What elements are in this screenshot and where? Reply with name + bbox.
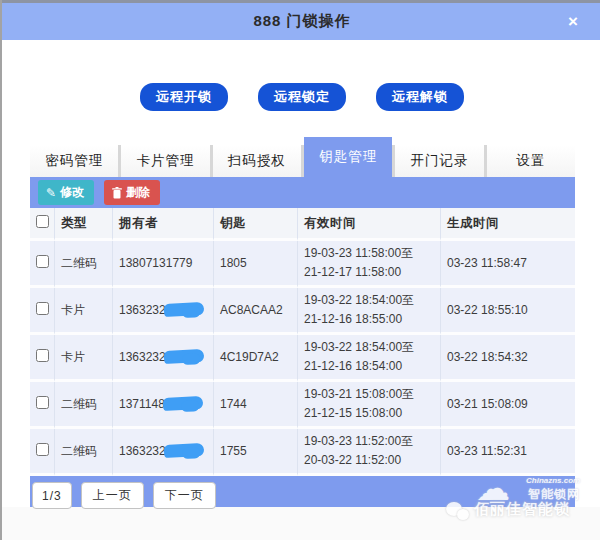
page-indicator: 1/3 [32,482,72,509]
dialog-titlebar: 888 门锁操作 × [2,3,600,40]
tab-settings[interactable]: 设置 [487,145,575,177]
remote-unlock-button[interactable]: 远程开锁 [140,83,228,111]
tab-key-management[interactable]: 钥匙管理 [304,137,392,177]
cell-valid-time: 19-03-21 15:08:00至 21-12-15 15:08:00 [298,382,441,429]
delete-button[interactable]: 删除 [104,180,160,205]
cell-valid-time: 19-03-22 18:54:00至 21-12-16 18:54:00 [298,335,441,382]
dialog-title: 888 门锁操作 [253,12,350,31]
redaction-scribble [163,443,204,458]
bottom-background [2,507,600,540]
column-header-owner: 拥有者 [113,208,214,241]
table-row: 卡片 1363232 AC8ACAA2 19-03-22 18:54:00至 2… [30,288,575,335]
cell-valid-time: 19-03-23 11:58:00至 21-12-17 11:58:00 [298,241,441,288]
cell-type: 卡片 [55,335,113,382]
cell-owner: 1363232 [113,288,214,335]
tab-card-management[interactable]: 卡片管理 [121,145,209,177]
table-row: 二维码 1371148 1744 19-03-21 15:08:00至 21-1… [30,382,575,429]
door-lock-dialog: 888 门锁操作 × 远程开锁 远程锁定 远程解锁 密码管理 卡片管理 扫码授权… [0,0,600,540]
cell-key: AC8ACAA2 [214,288,298,335]
column-header-created-time: 生成时间 [441,208,575,241]
tab-bar: 密码管理 卡片管理 扫码授权 钥匙管理 开门记录 设置 [30,137,575,177]
modify-button-label: 修改 [60,184,84,201]
delete-button-label: 删除 [126,184,150,201]
row-checkbox[interactable] [36,349,49,362]
remote-release-button[interactable]: 远程解锁 [376,83,464,111]
pagination: 1/3 上一页 下一页 [32,482,216,509]
table-row: 二维码 13807131779 1805 19-03-23 11:58:00至 … [30,241,575,288]
redaction-scribble [163,396,204,411]
cell-key: 1755 [214,429,298,476]
prev-page-button[interactable]: 上一页 [81,482,144,509]
tab-password-management[interactable]: 密码管理 [30,145,118,177]
pencil-icon: ✎ [46,187,56,199]
table-row: 二维码 1363232 1755 19-03-23 11:52:00至 20-0… [30,429,575,476]
cell-owner: 1371148 [113,382,214,429]
cell-owner: 1363232 [113,429,214,476]
next-page-button[interactable]: 下一页 [153,482,216,509]
cell-owner: 1363232 [113,335,214,382]
cell-type: 卡片 [55,288,113,335]
cell-created-time: 03-23 11:52:31 [441,429,575,476]
column-header-type: 类型 [55,208,113,241]
cell-type: 二维码 [55,382,113,429]
cell-type: 二维码 [55,429,113,476]
row-checkbox[interactable] [36,443,49,456]
keys-table: 类型 拥有者 钥匙 有效时间 生成时间 二维码 13807131779 1805… [30,208,575,476]
tab-open-records[interactable]: 开门记录 [395,145,483,177]
redaction-scribble [163,349,204,364]
modify-button[interactable]: ✎ 修改 [38,180,94,205]
cell-valid-time: 19-03-23 11:52:00至 20-03-22 11:52:00 [298,429,441,476]
cell-key: 1744 [214,382,298,429]
select-all-checkbox[interactable] [36,215,49,228]
column-header-key: 钥匙 [214,208,298,241]
cell-created-time: 03-23 11:58:47 [441,241,575,288]
cell-created-time: 03-22 18:54:32 [441,335,575,382]
cell-valid-time: 19-03-22 18:54:00至 21-12-16 18:55:00 [298,288,441,335]
row-checkbox[interactable] [36,396,49,409]
trash-icon [112,187,122,199]
cell-key: 1805 [214,241,298,288]
cell-key: 4C19D7A2 [214,335,298,382]
cell-created-time: 03-21 15:08:09 [441,382,575,429]
close-icon[interactable]: × [562,11,584,33]
row-checkbox[interactable] [36,302,49,315]
table-row: 卡片 1363232 4C19D7A2 19-03-22 18:54:00至 2… [30,335,575,382]
cell-created-time: 03-22 18:55:10 [441,288,575,335]
table-header-row: 类型 拥有者 钥匙 有效时间 生成时间 [30,208,575,241]
tab-scan-authorization[interactable]: 扫码授权 [213,145,301,177]
remote-lock-button[interactable]: 远程锁定 [258,83,346,111]
row-checkbox[interactable] [36,255,49,268]
column-header-valid-time: 有效时间 [298,208,441,241]
remote-action-bar: 远程开锁 远程锁定 远程解锁 [2,83,600,111]
table-toolbar: ✎ 修改 删除 [30,177,575,208]
cell-owner: 13807131779 [113,241,214,288]
redaction-scribble [163,302,204,317]
cell-type: 二维码 [55,241,113,288]
